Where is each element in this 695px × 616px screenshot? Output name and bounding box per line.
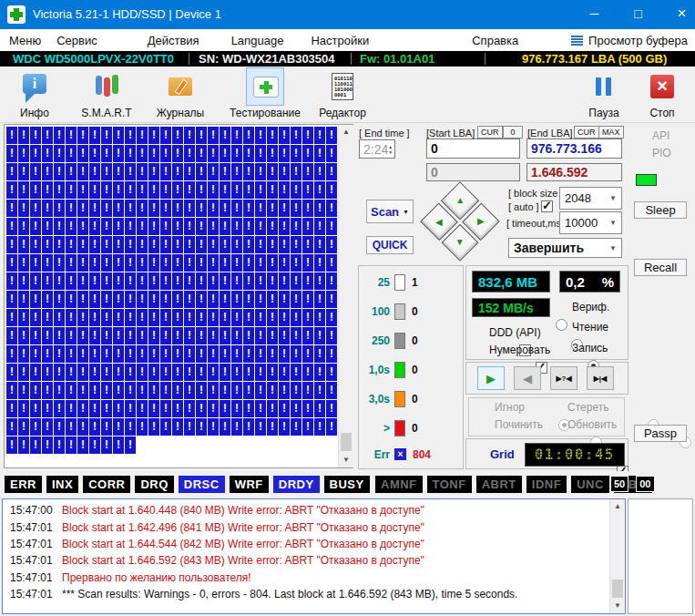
scan-block: ! [255,309,266,326]
read-radio-label[interactable]: Чтение [572,321,608,334]
scan-block: ! [220,345,230,363]
toolbar-button-stop[interactable]: Стоп [636,67,689,120]
verify-radio-label[interactable]: Вериф. [572,301,609,313]
numbering-label[interactable]: Нумеровать [489,344,550,356]
timeout-select[interactable]: 10000▼ [559,211,622,234]
menu-item-3[interactable]: Language [231,34,284,47]
scan-block: ! [6,127,17,144]
write-radio-label[interactable]: Запись [572,342,608,354]
auto-checkbox[interactable] [541,200,553,212]
menu-item-4[interactable]: Настройки [311,34,369,47]
scan-block: ! [54,291,65,308]
scan-block: ! [77,345,88,363]
end-lba-max-button[interactable]: MAX [598,126,624,139]
ddd-api-label[interactable]: DDD (API) [489,326,541,339]
toolbar-button-test[interactable]: Тестирование [222,67,308,120]
menu-item-2[interactable]: Действия [148,34,199,47]
scan-block: ! [220,382,230,399]
scan-block: ! [54,382,65,399]
refresh-radio-label[interactable]: Обновить [567,418,617,431]
scan-block: ! [125,236,136,253]
ignore-radio-label[interactable]: Игнор [495,401,525,414]
scan-block: ! [220,200,230,217]
seek-question-button[interactable]: ▶?◀ [550,366,577,390]
scan-block: ! [208,181,219,199]
step-button[interactable]: ▶|◀ [587,366,614,390]
start-lba-zero-button[interactable]: 0 [503,126,523,139]
sleep-button[interactable]: Sleep [634,201,687,219]
toolbar-button-editor[interactable]: 0101101100111010000001Редактор [310,67,375,120]
passp-button[interactable]: Passp [634,425,687,442]
quick-button[interactable]: QUICK [366,236,414,254]
menu-item-0[interactable]: Меню [9,34,41,47]
scrollbar-thumb[interactable] [341,433,352,451]
end-lba-input[interactable]: 976.773.166 [526,139,622,159]
repair-radio-label[interactable]: Починить [495,418,543,431]
toolbar-button-journals[interactable]: Журналы [146,67,215,120]
end-lba-cur-button[interactable]: CUR [574,126,599,139]
log-timestamp: 15:47:01 [10,538,62,550]
scan-block: ! [267,254,278,272]
play-back-button[interactable]: ◀ [514,366,541,390]
scan-block: ! [6,254,17,272]
pio-radio-label[interactable]: PIO [652,147,671,159]
scan-block: ! [101,127,112,144]
recall-button[interactable]: Recall [634,259,687,276]
play-forward-button[interactable]: ▶ [477,366,505,390]
toolbar-button-info[interactable]: Инфо [5,67,64,120]
log-timestamp: 15:47:01 [10,588,62,601]
scan-block: ! [89,382,100,399]
error-lba-field: 1.646.592 [526,163,622,181]
legend-swatch [394,333,405,349]
scan-block: ! [137,400,148,417]
close-button[interactable]: × [661,0,695,29]
scan-block: ! [148,181,159,199]
api-radio-label[interactable]: API [652,129,669,142]
scroll-up-icon[interactable]: ▲ [339,125,353,139]
erase-radio-label[interactable]: Стереть [567,401,608,414]
scan-block: ! [54,254,65,272]
scroll-down-icon[interactable]: ▼ [610,599,625,613]
scan-block: ! [160,218,171,235]
scan-block: ! [184,218,195,235]
scan-block: ! [314,382,325,399]
scan-block: ! [314,236,325,253]
block-size-select[interactable]: 2048▼ [559,187,622,210]
scan-block: ! [113,181,124,199]
log-scrollbar[interactable]: ▲ ▼ [609,499,625,613]
start-lba-cur-button[interactable]: CUR [477,126,503,139]
start-lba-input[interactable]: 0 [426,139,520,159]
scan-block: ! [77,127,88,144]
scan-block: ! [42,163,53,180]
scan-block: ! [326,200,337,217]
scan-block: ! [196,218,207,235]
log-side-panel: Звук Hints [628,498,693,614]
end-time-spinner[interactable]: 2:24 ▲▼ [359,139,395,159]
grid-checkbox-label[interactable]: Grid [490,447,515,461]
scroll-down-icon[interactable]: ▼ [339,453,353,467]
minimize-button[interactable]: ─ [574,0,615,29]
scan-block: ! [148,364,159,381]
action-on-error-select[interactable]: Завершить▼ [508,238,622,258]
verify-radio[interactable] [556,319,567,331]
scrollbar-thumb[interactable] [612,580,623,598]
scan-block: ! [302,327,313,344]
scan-block: ! [279,309,290,326]
grid-scrollbar[interactable]: ▲ ▼ [338,125,353,467]
toolbar-button-smart[interactable]: S.M.A.R.T [75,67,138,120]
scan-block: ! [314,327,325,344]
toolbar-button-pause[interactable]: Пауза [577,67,630,120]
scan-block: ! [18,200,29,217]
scroll-up-icon[interactable]: ▲ [610,499,625,514]
menu-item-1[interactable]: Сервис [56,34,97,47]
scan-block: ! [231,163,242,180]
scan-block: ! [30,127,41,144]
scan-block: ! [243,309,254,326]
maximize-button[interactable]: □ [618,0,659,29]
scan-block: ! [291,163,302,180]
buffer-view-button[interactable]: Просмотр буфера [571,29,688,51]
scan-button[interactable]: Scan ▼ [366,200,414,223]
spinner-arrows-icon[interactable]: ▲▼ [388,144,393,155]
scan-block: ! [184,382,195,399]
menu-item-5[interactable]: Справка [472,34,518,47]
